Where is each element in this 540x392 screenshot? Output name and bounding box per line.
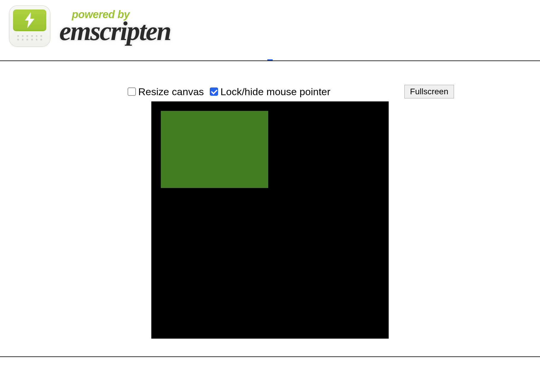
lock-pointer-group[interactable]: Lock/hide mouse pointer — [210, 86, 330, 98]
resize-canvas-group[interactable]: Resize canvas — [128, 86, 204, 98]
footer-divider — [0, 356, 540, 357]
header: powered by emscripten — [0, 0, 540, 52]
logo-green-panel — [13, 9, 46, 31]
lock-pointer-label: Lock/hide mouse pointer — [220, 86, 330, 98]
progress-indicator — [267, 59, 273, 60]
controls-row: Resize canvas Lock/hide mouse pointer Fu… — [0, 85, 540, 98]
logo-text-block: powered by emscripten — [59, 8, 171, 44]
canvas-green-rectangle — [161, 111, 268, 188]
header-divider — [0, 52, 540, 61]
lightning-bolt-icon — [23, 12, 36, 29]
fullscreen-button[interactable]: Fullscreen — [404, 85, 454, 98]
emscripten-logo-icon — [9, 5, 50, 47]
canvas[interactable] — [151, 101, 389, 339]
lock-pointer-checkbox[interactable] — [210, 87, 218, 96]
main-content: Resize canvas Lock/hide mouse pointer Fu… — [0, 61, 540, 339]
logo-keyboard-dots — [13, 31, 46, 43]
resize-canvas-label: Resize canvas — [138, 86, 204, 98]
resize-canvas-checkbox[interactable] — [128, 87, 136, 96]
brand-name: emscripten — [59, 18, 171, 44]
